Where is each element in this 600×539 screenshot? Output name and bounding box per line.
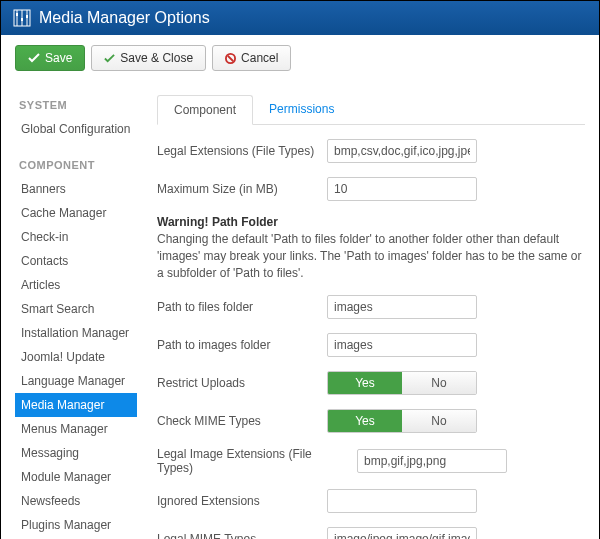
options-icon [13, 9, 31, 27]
save-button-label: Save [45, 51, 72, 65]
sidebar-item-banners[interactable]: Banners [15, 177, 137, 201]
svg-line-8 [228, 55, 234, 61]
input-legal-extensions[interactable] [327, 139, 477, 163]
sidebar-item-messaging[interactable]: Messaging [15, 441, 137, 465]
cancel-icon [225, 53, 236, 64]
svg-rect-4 [16, 13, 18, 16]
input-path-images[interactable] [327, 333, 477, 357]
tab-component[interactable]: Component [157, 95, 253, 125]
svg-rect-6 [26, 15, 28, 18]
sidebar-item-contacts[interactable]: Contacts [15, 249, 137, 273]
warning-title: Warning! Path Folder [157, 215, 585, 229]
save-button[interactable]: Save [15, 45, 85, 71]
toggle-no[interactable]: No [402, 410, 476, 432]
sidebar-heading-system: SYSTEM [19, 99, 137, 111]
toggle-check-mime[interactable]: Yes No [327, 409, 477, 433]
svg-rect-5 [21, 18, 23, 21]
cancel-button[interactable]: Cancel [212, 45, 291, 71]
label-legal-mime: Legal MIME Types [157, 532, 317, 539]
page-title: Media Manager Options [39, 9, 210, 27]
input-path-files[interactable] [327, 295, 477, 319]
tab-permissions[interactable]: Permissions [253, 95, 350, 124]
input-max-size[interactable] [327, 177, 477, 201]
toggle-yes[interactable]: Yes [328, 372, 402, 394]
sidebar-item-menus-manager[interactable]: Menus Manager [15, 417, 137, 441]
sidebar-item-cache-manager[interactable]: Cache Manager [15, 201, 137, 225]
sidebar-item-joomla-update[interactable]: Joomla! Update [15, 345, 137, 369]
label-path-files: Path to files folder [157, 300, 317, 314]
cancel-button-label: Cancel [241, 51, 278, 65]
sidebar: SYSTEM Global Configuration COMPONENT Ba… [15, 81, 137, 539]
label-ignored-ext: Ignored Extensions [157, 494, 317, 508]
sidebar-item-plugins-manager[interactable]: Plugins Manager [15, 513, 137, 537]
tabs: Component Permissions [157, 95, 585, 125]
label-legal-image-ext: Legal Image Extensions (File Types) [157, 447, 347, 475]
sidebar-item-media-manager[interactable]: Media Manager [15, 393, 137, 417]
input-ignored-ext[interactable] [327, 489, 477, 513]
input-legal-image-ext[interactable] [357, 449, 507, 473]
sidebar-item-newsfeeds[interactable]: Newsfeeds [15, 489, 137, 513]
label-restrict-uploads: Restrict Uploads [157, 376, 317, 390]
label-path-images: Path to images folder [157, 338, 317, 352]
label-check-mime: Check MIME Types [157, 414, 317, 428]
sidebar-item-check-in[interactable]: Check-in [15, 225, 137, 249]
sidebar-item-smart-search[interactable]: Smart Search [15, 297, 137, 321]
sidebar-item-module-manager[interactable]: Module Manager [15, 465, 137, 489]
check-icon [28, 52, 40, 64]
toolbar: Save Save & Close Cancel [1, 35, 599, 81]
input-legal-mime[interactable] [327, 527, 477, 539]
main-panel: Component Permissions Legal Extensions (… [157, 81, 585, 539]
check-icon [104, 53, 115, 64]
warning-block: Warning! Path Folder Changing the defaul… [157, 215, 585, 281]
sidebar-item-installation-manager[interactable]: Installation Manager [15, 321, 137, 345]
save-close-button-label: Save & Close [120, 51, 193, 65]
warning-body: Changing the default 'Path to files fold… [157, 231, 585, 281]
sidebar-item-global-configuration[interactable]: Global Configuration [15, 117, 137, 141]
sidebar-item-language-manager[interactable]: Language Manager [15, 369, 137, 393]
toggle-restrict-uploads[interactable]: Yes No [327, 371, 477, 395]
toggle-yes[interactable]: Yes [328, 410, 402, 432]
toggle-no[interactable]: No [402, 372, 476, 394]
sidebar-item-articles[interactable]: Articles [15, 273, 137, 297]
label-max-size: Maximum Size (in MB) [157, 182, 317, 196]
sidebar-heading-component: COMPONENT [19, 159, 137, 171]
save-close-button[interactable]: Save & Close [91, 45, 206, 71]
label-legal-extensions: Legal Extensions (File Types) [157, 144, 317, 158]
header-bar: Media Manager Options [1, 1, 599, 35]
